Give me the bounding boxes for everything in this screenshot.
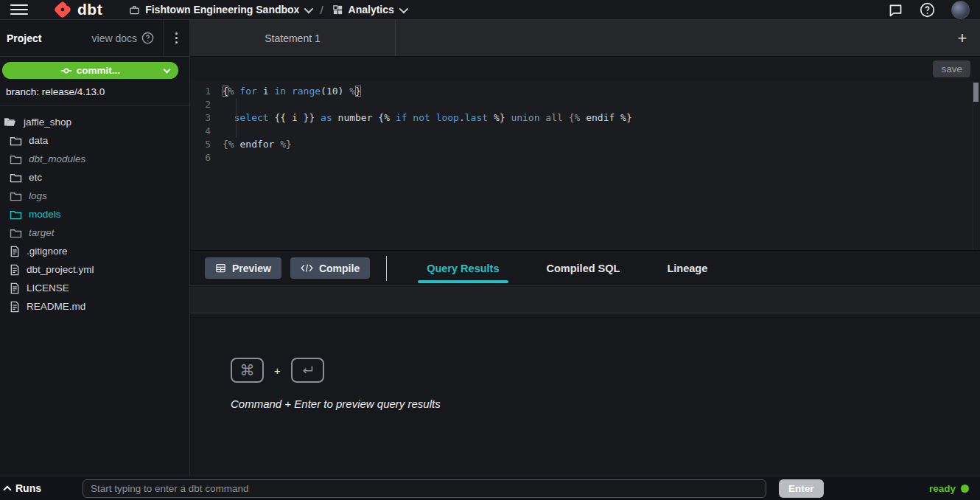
code-line-1: 1{% for i in range(10) %} [190, 85, 970, 98]
hamburger-menu-icon[interactable] [10, 4, 28, 15]
line-number: 2 [190, 98, 223, 111]
branch-label: branch: release/4.13.0 [0, 82, 189, 105]
tree-item--gitignore[interactable]: .gitignore [0, 242, 189, 260]
tree-item-license[interactable]: LICENSE [0, 279, 189, 297]
command-key-icon: ⌘ [231, 358, 264, 383]
folder-icon [10, 228, 22, 238]
tree-item-label: models [29, 209, 61, 220]
dbt-logo[interactable]: dbt [52, 1, 102, 18]
user-avatar[interactable] [951, 1, 970, 19]
results-tab-compiled-sql[interactable]: Compiled SQL [523, 251, 644, 285]
file-tree: jaffle_shopdatadbt_modulesetclogsmodelst… [0, 105, 189, 316]
tree-item-label: README.md [27, 301, 85, 312]
question-circle-icon [141, 32, 154, 44]
code-line-4: 4 [190, 125, 970, 138]
results-content: ⌘ + Command + Enter to preview query res… [190, 313, 980, 476]
tree-item-label: jaffle_shop [24, 117, 71, 128]
plus-label: + [274, 364, 281, 377]
tree-item-models[interactable]: models [0, 205, 189, 223]
account-switcher[interactable]: Fishtown Engineering Sandbox [129, 4, 311, 15]
file-icon [10, 246, 20, 257]
dbt-flame-icon [52, 1, 74, 18]
tree-item-jaffle-shop[interactable]: jaffle_shop [0, 113, 189, 131]
command-bar: Runs Enter ready [0, 476, 980, 500]
folder-icon [10, 154, 22, 164]
shortcut-hint: ⌘ + [231, 358, 980, 383]
code-icon [301, 263, 313, 273]
line-number: 6 [190, 151, 223, 164]
runs-toggle[interactable]: Runs [6, 482, 41, 494]
view-docs-link[interactable]: view docs [92, 32, 163, 44]
code-text: select {{ i }} as number {% if not loop.… [223, 111, 632, 125]
editor-scroll-track [973, 81, 973, 250]
shortcut-caption: Command + Enter to preview query results [231, 397, 980, 410]
sidebar-title: Project [7, 32, 41, 44]
brand-wordmark: dbt [77, 1, 102, 18]
return-arrow-icon [300, 364, 315, 376]
compile-button[interactable]: Compile [290, 257, 370, 279]
breadcrumb-separator: / [320, 4, 323, 16]
tree-item-dbt-project-yml[interactable]: dbt_project.yml [0, 260, 189, 279]
tree-item-label: logs [29, 190, 47, 201]
tree-item-etc[interactable]: etc [0, 168, 189, 187]
editor-scrollbar-thumb[interactable] [973, 83, 979, 102]
enter-button[interactable]: Enter [779, 479, 824, 498]
file-icon [10, 301, 20, 313]
new-tab-button[interactable]: + [945, 20, 980, 56]
tree-item-data[interactable]: data [0, 131, 189, 150]
code-editor[interactable]: 1{% for i in range(10) %}23 select {{ i … [190, 81, 980, 251]
git-commit-icon [60, 66, 72, 75]
briefcase-icon [129, 4, 140, 15]
code-line-2: 2 [190, 98, 970, 111]
project-switcher[interactable]: Analytics [332, 4, 406, 15]
tree-item-target[interactable]: target [0, 223, 189, 242]
dbt-command-input[interactable] [83, 479, 766, 498]
table-icon [215, 263, 226, 274]
tree-item-dbt-modules[interactable]: dbt_modules [0, 150, 189, 168]
save-button[interactable]: save [933, 60, 970, 77]
toolbar-divider [386, 256, 387, 281]
chevron-down-icon [399, 4, 408, 13]
preview-label: Preview [232, 263, 271, 274]
sidebar-menu-button[interactable] [163, 20, 189, 57]
chat-icon[interactable] [888, 2, 903, 18]
enter-key-icon [291, 358, 324, 383]
editor-toolbar: save [190, 57, 980, 81]
tree-item-label: data [29, 135, 48, 146]
folder-icon [10, 173, 22, 183]
folder-icon [10, 136, 22, 146]
code-lines: 1{% for i in range(10) %}23 select {{ i … [190, 85, 970, 164]
line-number: 3 [190, 111, 223, 125]
results-tabs: Query ResultsCompiled SQLLineage [403, 251, 731, 285]
tree-item-label: dbt_modules [29, 153, 85, 164]
commit-button[interactable]: commit... [2, 62, 178, 79]
runs-label: Runs [15, 482, 41, 494]
code-text: {% endfor %} [223, 138, 292, 151]
results-tab-query-results[interactable]: Query Results [403, 251, 522, 285]
results-tab-lineage[interactable]: Lineage [643, 251, 731, 285]
kebab-icon [175, 32, 178, 44]
view-docs-label: view docs [92, 32, 137, 44]
folder-open-icon [3, 117, 17, 128]
help-icon[interactable] [920, 2, 935, 18]
tree-item-readme-md[interactable]: README.md [0, 297, 189, 316]
file-icon [10, 282, 20, 294]
editor-pane: Statement 1 + save 1{% for i in range(10… [190, 20, 980, 476]
preview-button[interactable]: Preview [205, 257, 281, 279]
top-nav: dbt Fishtown Engineering Sandbox / Analy… [0, 0, 980, 20]
sidebar-header: Project view docs [0, 20, 189, 57]
folder-icon [10, 191, 22, 201]
line-number: 4 [190, 125, 223, 138]
commit-label: commit... [77, 65, 120, 76]
grid-icon [332, 4, 343, 15]
indent-guide [236, 98, 237, 138]
status-indicator: ready [929, 483, 969, 494]
status-dot-icon [961, 485, 969, 493]
chevron-down-icon [304, 4, 314, 13]
tab-statement-1[interactable]: Statement 1 [190, 20, 396, 56]
status-label: ready [929, 483, 956, 494]
line-number: 5 [190, 138, 223, 151]
results-subheader [190, 286, 980, 313]
tree-item-label: dbt_project.yml [27, 264, 94, 275]
tree-item-logs[interactable]: logs [0, 187, 189, 205]
